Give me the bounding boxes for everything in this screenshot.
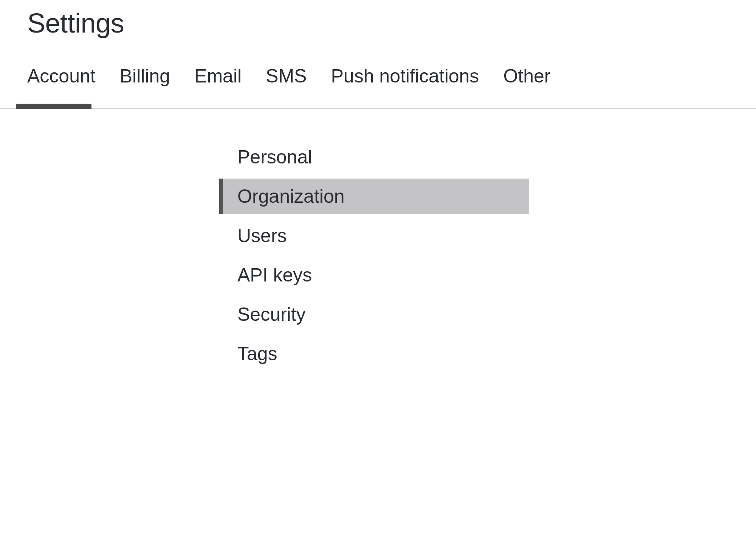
tab-sms[interactable]: SMS — [266, 65, 307, 108]
submenu-item-api-keys[interactable]: API keys — [219, 257, 529, 293]
tab-account[interactable]: Account — [27, 65, 96, 108]
submenu-item-users[interactable]: Users — [219, 218, 529, 253]
submenu-item-organization[interactable]: Organization — [219, 179, 529, 214]
submenu-item-tags[interactable]: Tags — [219, 336, 529, 372]
tabs-container: Account Billing Email SMS Push notificat… — [0, 65, 756, 109]
submenu-item-security[interactable]: Security — [219, 297, 529, 332]
tab-billing[interactable]: Billing — [120, 65, 170, 108]
tab-email[interactable]: Email — [194, 65, 242, 108]
tab-other[interactable]: Other — [503, 65, 550, 108]
page-title: Settings — [27, 8, 756, 39]
submenu-container: Personal Organization Users API keys Sec… — [219, 139, 529, 372]
tab-push-notifications[interactable]: Push notifications — [331, 65, 479, 108]
submenu-item-personal[interactable]: Personal — [219, 139, 529, 175]
